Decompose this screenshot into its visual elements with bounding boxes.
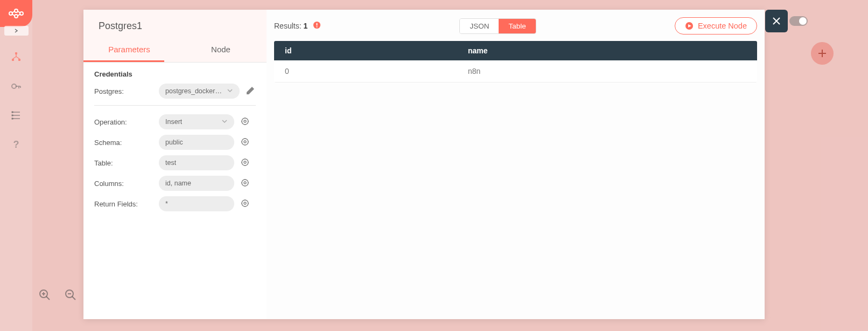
svg-text:?: ? bbox=[13, 139, 19, 150]
close-dialog-button[interactable] bbox=[765, 10, 788, 32]
svg-point-2 bbox=[15, 15, 18, 18]
edit-credential-icon[interactable] bbox=[246, 86, 255, 96]
param-options-icon[interactable] bbox=[241, 117, 249, 127]
help-icon[interactable]: ? bbox=[11, 139, 22, 152]
parameters-panel: Postgres1 Parameters Node Credentials Po… bbox=[83, 10, 267, 319]
svg-point-8 bbox=[12, 112, 13, 113]
chevron-down-icon bbox=[227, 87, 233, 95]
param-row-operation: Operation: Insert bbox=[94, 114, 256, 129]
svg-rect-6 bbox=[18, 59, 20, 61]
operation-select[interactable]: Insert bbox=[159, 114, 234, 129]
node-title: Postgres1 bbox=[83, 10, 267, 37]
app-sidebar: ? bbox=[0, 0, 32, 331]
zoom-controls bbox=[39, 289, 76, 303]
svg-rect-26 bbox=[317, 26, 318, 27]
panel-tabs: Parameters Node bbox=[83, 37, 267, 60]
chevron-down-icon bbox=[221, 118, 228, 126]
tab-node[interactable]: Node bbox=[175, 37, 267, 60]
credentials-label: Credentials bbox=[94, 70, 256, 78]
column-header-name: name bbox=[468, 46, 746, 55]
credentials-icon[interactable] bbox=[11, 81, 22, 94]
svg-point-16 bbox=[244, 141, 246, 143]
sidebar-expand-toggle[interactable] bbox=[4, 26, 29, 36]
columns-input[interactable]: id, name bbox=[159, 176, 234, 191]
results-panel: Results: 1 JSON Table Execute Node id na… bbox=[267, 10, 765, 319]
param-options-icon[interactable] bbox=[241, 199, 249, 209]
svg-point-1 bbox=[15, 9, 18, 12]
tab-parameters[interactable]: Parameters bbox=[83, 37, 175, 60]
svg-rect-25 bbox=[317, 23, 318, 26]
warning-icon[interactable] bbox=[313, 21, 321, 31]
parameters-form: Credentials Postgres: postgres_docker_c.… bbox=[83, 63, 267, 319]
svg-point-21 bbox=[242, 180, 248, 186]
table-row: 0 n8n bbox=[274, 60, 757, 82]
app-logo bbox=[0, 0, 32, 27]
node-editor-dialog: Postgres1 Parameters Node Credentials Po… bbox=[83, 10, 765, 319]
svg-point-19 bbox=[242, 159, 248, 166]
workflow-active-toggle[interactable] bbox=[789, 16, 808, 26]
view-table-button[interactable]: Table bbox=[499, 19, 535, 33]
zoom-out-icon[interactable] bbox=[65, 289, 76, 303]
view-switch: JSON Table bbox=[459, 18, 536, 34]
svg-rect-4 bbox=[15, 52, 17, 54]
add-node-button[interactable] bbox=[811, 42, 834, 65]
svg-point-22 bbox=[244, 202, 246, 204]
zoom-in-icon[interactable] bbox=[39, 289, 51, 303]
svg-point-10 bbox=[12, 118, 13, 119]
svg-point-23 bbox=[242, 200, 248, 206]
param-row-return-fields: Return Fields: * bbox=[94, 196, 256, 211]
svg-point-20 bbox=[244, 182, 246, 184]
credential-select[interactable]: postgres_docker_c... bbox=[159, 84, 240, 99]
svg-point-7 bbox=[12, 84, 16, 88]
svg-point-17 bbox=[242, 139, 248, 145]
results-toolbar: Results: 1 JSON Table Execute Node bbox=[274, 17, 757, 35]
param-row-schema: Schema: public bbox=[94, 135, 256, 150]
svg-point-15 bbox=[242, 118, 248, 125]
credential-row: Postgres: postgres_docker_c... bbox=[94, 84, 256, 99]
table-input[interactable]: test bbox=[159, 155, 234, 170]
column-header-id: id bbox=[285, 46, 468, 55]
param-row-table: Table: test bbox=[94, 155, 256, 170]
svg-point-18 bbox=[244, 161, 246, 163]
param-options-icon[interactable] bbox=[241, 178, 249, 189]
param-row-columns: Columns: id, name bbox=[94, 176, 256, 191]
execute-node-button[interactable]: Execute Node bbox=[675, 17, 757, 35]
table-header: id name bbox=[274, 41, 757, 60]
cell-name: n8n bbox=[468, 67, 746, 75]
return-fields-input[interactable]: * bbox=[159, 196, 234, 211]
workflows-icon[interactable] bbox=[11, 52, 22, 65]
view-json-button[interactable]: JSON bbox=[460, 19, 499, 33]
svg-rect-5 bbox=[12, 59, 14, 61]
cell-id: 0 bbox=[285, 67, 468, 75]
results-table: id name 0 n8n bbox=[274, 41, 757, 82]
credential-field-label: Postgres: bbox=[94, 87, 159, 95]
results-count: Results: 1 bbox=[274, 21, 321, 31]
schema-input[interactable]: public bbox=[159, 135, 234, 150]
svg-point-14 bbox=[244, 120, 246, 122]
executions-icon[interactable] bbox=[11, 110, 22, 123]
param-options-icon[interactable] bbox=[241, 137, 249, 148]
svg-point-9 bbox=[12, 115, 13, 116]
param-options-icon[interactable] bbox=[241, 158, 249, 168]
